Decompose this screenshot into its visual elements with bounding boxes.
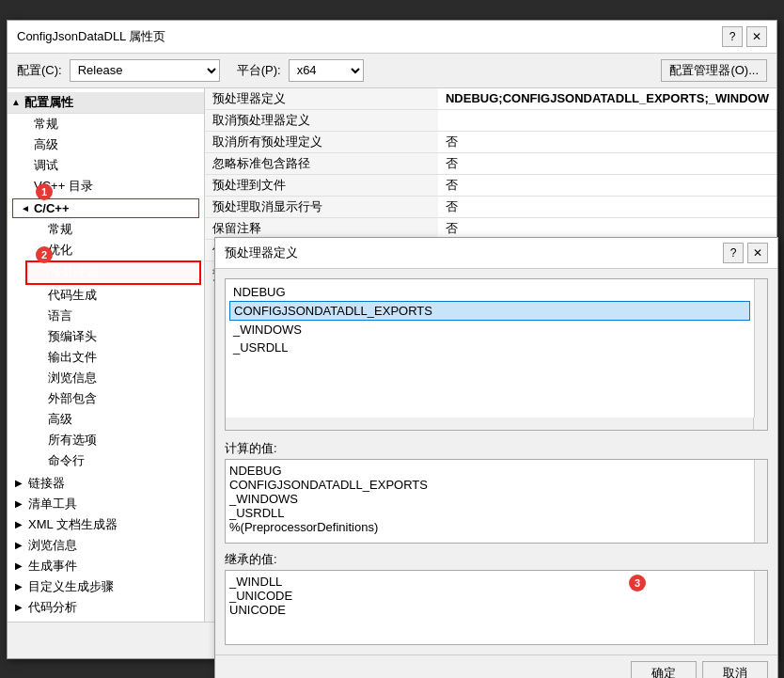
- calc-scrollbar[interactable]: [754, 460, 767, 543]
- tree-group-cpp[interactable]: ◄ C/C++: [12, 198, 199, 218]
- entry-configjson-exports: CONFIGJSONDATADLL_EXPORTS: [229, 301, 750, 321]
- tree-item-codegen[interactable]: 代码生成: [25, 285, 201, 306]
- custom-build-arrow: ▶: [15, 581, 26, 591]
- overlay-content: NDEBUG CONFIGJSONDATADLL_EXPORTS _WINDOW…: [215, 269, 777, 654]
- code-analysis-arrow: ▶: [15, 602, 26, 612]
- calc-percent: %(PreprocessorDefinitions): [229, 520, 763, 534]
- platform-select[interactable]: x64: [289, 59, 364, 82]
- prop-value-undefine[interactable]: [438, 109, 776, 131]
- tree-item-xml[interactable]: ▶ XML 文档生成器: [8, 514, 204, 535]
- tree-item-custom-build[interactable]: ▶ 目定义生成步骤: [8, 576, 204, 597]
- prop-value-undefine-all[interactable]: 否: [438, 131, 776, 152]
- inherit-windll: _WINDLL: [229, 575, 763, 589]
- table-row: 预处理到文件 否: [205, 174, 776, 196]
- textarea-scrollbar[interactable]: [754, 279, 767, 418]
- tree-item-precompiled[interactable]: 预编译头: [25, 326, 201, 347]
- tree-item-browse[interactable]: 浏览信息: [25, 368, 201, 388]
- calc-windows: _WINDOWS: [229, 492, 763, 506]
- calc-box: NDEBUG CONFIGJSONDATADLL_EXPORTS _WINDOW…: [225, 459, 768, 544]
- properties-table: 预处理器定义 NDEBUG;CONFIGJSONDATADLL_EXPORTS;…: [205, 88, 776, 261]
- prop-value-ignore-std[interactable]: 否: [438, 152, 776, 174]
- prop-value-preprocessor-def[interactable]: NDEBUG;CONFIGJSONDATADLL_EXPORTS;_WINDOW: [438, 88, 776, 110]
- tree-item-build-events[interactable]: ▶ 生成事件: [8, 556, 204, 576]
- tree-item-cmdline[interactable]: 命令行: [25, 450, 201, 471]
- xml-arrow: ▶: [15, 519, 26, 529]
- title-controls: ? ✕: [722, 26, 767, 47]
- entry-usrdll: _USRDLL: [229, 339, 750, 356]
- tree-item-cpp-general[interactable]: 常规: [25, 219, 201, 240]
- prop-name-ignore-std: 忽略标准包含路径: [205, 152, 438, 174]
- table-row: 取消预处理器定义: [205, 109, 776, 131]
- config-bar: 配置(C): Release 平台(P): x64 配置管理器(O)...: [8, 54, 776, 88]
- close-button[interactable]: ✕: [746, 26, 767, 47]
- calc-ndebug: NDEBUG: [229, 464, 763, 478]
- table-row: 取消所有预处理定义 否: [205, 131, 776, 152]
- prop-value-suppress-line[interactable]: 否: [438, 196, 776, 217]
- inherit-box: _WINDLL _UNICODE UNICODE: [225, 570, 768, 645]
- entry-ndebug: NDEBUG: [229, 283, 750, 301]
- help-button[interactable]: ?: [722, 26, 743, 47]
- overlay-ok-btn[interactable]: 确定: [631, 661, 697, 679]
- table-row: 忽略标准包含路径 否: [205, 152, 776, 174]
- tree-item-cpp-advanced[interactable]: 高级: [25, 409, 201, 430]
- config-manager-button[interactable]: 配置管理器(O)...: [661, 59, 767, 82]
- preprocessor-dialog: 3 预处理器定义 ? ✕ NDEBUG CONFIGJSONDATADLL_EX…: [214, 237, 778, 679]
- tree-item-all-options[interactable]: 所有选项: [25, 430, 201, 450]
- tree-collapse-arrow: ▲: [11, 97, 21, 107]
- manifest-arrow: ▶: [15, 498, 26, 509]
- tree-item-preprocessor[interactable]: 预处理器: [25, 260, 201, 285]
- table-row: 预处理器定义 NDEBUG;CONFIGJSONDATADLL_EXPORTS;…: [205, 88, 776, 110]
- overlay-title-bar: 预处理器定义 ? ✕: [215, 238, 777, 269]
- entry-windows: _WINDOWS: [229, 321, 750, 339]
- config-label: 配置(C):: [17, 62, 62, 79]
- overlay-title-controls: ? ✕: [723, 243, 768, 263]
- linker-arrow: ▶: [15, 478, 26, 488]
- main-title: ConfigJsonDataDLL 属性页: [17, 28, 165, 45]
- prop-name-undefine: 取消预处理器定义: [205, 109, 438, 131]
- left-tree-panel: ▲ 配置属性 常规 高级 调试 VC++ 目录 ◄ C/C++ 常规 优化 预处…: [8, 88, 205, 622]
- annotation-3: 3: [629, 575, 646, 591]
- overlay-cancel-btn[interactable]: 取消: [702, 661, 768, 679]
- cpp-group-label: C/C++: [34, 201, 70, 215]
- overlay-bottom-bar: 确定 取消: [215, 654, 777, 679]
- preprocessor-entries-container[interactable]: NDEBUG CONFIGJSONDATADLL_EXPORTS _WINDOW…: [225, 278, 768, 419]
- tree-item-external[interactable]: 外部包含: [25, 388, 201, 409]
- tree-item-output[interactable]: 输出文件: [25, 347, 201, 368]
- tree-item-linker[interactable]: ▶ 链接器: [8, 473, 204, 494]
- prop-name-preprocess-file: 预处理到文件: [205, 174, 438, 196]
- tree-item-advanced[interactable]: 高级: [8, 134, 204, 155]
- overlay-close-btn[interactable]: ✕: [747, 243, 768, 263]
- calc-exports: CONFIGJSONDATADLL_EXPORTS: [229, 478, 763, 492]
- table-row: 预处理取消显示行号 否: [205, 196, 776, 217]
- inherit-section: 继承的值: _WINDLL _UNICODE UNICODE: [225, 551, 768, 645]
- tree-item-browse2[interactable]: ▶ 浏览信息: [8, 535, 204, 556]
- tree-item-manifest[interactable]: ▶ 清单工具: [8, 494, 204, 514]
- tree-section-header: ▲ 配置属性: [8, 92, 204, 114]
- tree-item-code-analysis[interactable]: ▶ 代码分析: [8, 597, 204, 618]
- inherit-unicode: _UNICODE: [229, 589, 763, 603]
- platform-label: 平台(P):: [237, 62, 281, 79]
- prop-name-undefine-all: 取消所有预处理定义: [205, 131, 438, 152]
- tree-section-label: 配置属性: [24, 94, 73, 111]
- inherit-label: 继承的值:: [225, 551, 768, 568]
- prop-name-preprocessor-def: 预处理器定义: [205, 88, 438, 110]
- config-select[interactable]: Release: [70, 59, 220, 82]
- tree-item-language[interactable]: 语言: [25, 306, 201, 326]
- prop-name-suppress-line: 预处理取消显示行号: [205, 196, 438, 217]
- overlay-help-btn[interactable]: ?: [723, 243, 744, 263]
- tree-item-general[interactable]: 常规: [8, 114, 204, 134]
- main-title-bar: ConfigJsonDataDLL 属性页 ? ✕: [8, 21, 776, 54]
- prop-value-preprocess-file[interactable]: 否: [438, 174, 776, 196]
- calc-label: 计算的值:: [225, 440, 768, 457]
- build-events-arrow: ▶: [15, 560, 26, 571]
- annotation-1: 1: [36, 183, 53, 200]
- inherit-unicode2: UNICODE: [229, 603, 763, 617]
- inherit-scrollbar[interactable]: [754, 571, 767, 644]
- browse2-arrow: ▶: [15, 540, 26, 550]
- tree-item-debug[interactable]: 调试: [8, 155, 204, 176]
- annotation-2: 2: [36, 246, 53, 263]
- calc-usrdll: _USRDLL: [229, 506, 763, 520]
- calc-section: 计算的值: NDEBUG CONFIGJSONDATADLL_EXPORTS _…: [225, 440, 768, 544]
- overlay-title: 预处理器定义: [225, 244, 298, 261]
